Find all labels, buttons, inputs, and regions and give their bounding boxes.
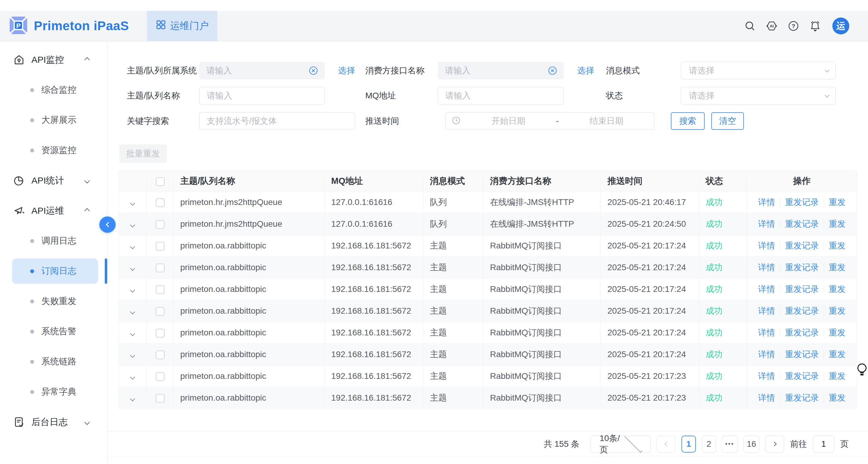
- row-checkbox[interactable]: [156, 198, 164, 207]
- sidebar-item-api-stats[interactable]: API统计: [0, 165, 107, 196]
- sidebar-item-api-ops[interactable]: API运维: [0, 196, 107, 226]
- consumer-choose-link[interactable]: 选择: [577, 62, 594, 80]
- page-button-1[interactable]: 1: [681, 436, 696, 453]
- resend-link[interactable]: 重发: [829, 392, 846, 404]
- resend-record-link[interactable]: 重发记录: [785, 240, 819, 251]
- sidebar-item-system-alarm[interactable]: 系统告警: [0, 316, 107, 346]
- sidebar-item-fail-resend[interactable]: 失败重发: [0, 286, 107, 316]
- resend-link[interactable]: 重发: [829, 196, 846, 208]
- detail-link[interactable]: 详情: [758, 327, 775, 338]
- row-checkbox[interactable]: [156, 372, 164, 381]
- next-page-button[interactable]: [765, 436, 784, 453]
- sidebar-item-subscribe-log[interactable]: 订阅日志: [0, 256, 107, 286]
- mode-select[interactable]: 请选择: [681, 62, 836, 80]
- page-button-16[interactable]: 16: [744, 436, 759, 453]
- row-expand-icon[interactable]: [130, 309, 135, 314]
- row-expand-icon[interactable]: [130, 287, 135, 292]
- resend-link[interactable]: 重发: [829, 283, 846, 295]
- notification-bell-icon[interactable]: [809, 20, 821, 32]
- detail-link[interactable]: 详情: [758, 392, 775, 404]
- resend-link[interactable]: 重发: [829, 262, 846, 273]
- sidebar-item-backend-log[interactable]: 后台日志: [0, 407, 107, 437]
- ai-assistant-icon[interactable]: AI: [766, 20, 777, 32]
- row-checkbox[interactable]: [156, 264, 164, 272]
- detail-link[interactable]: 详情: [758, 305, 775, 317]
- sidebar-item-big-screen[interactable]: 大屏展示: [0, 105, 107, 135]
- resend-link[interactable]: 重发: [829, 305, 846, 317]
- resend-link[interactable]: 重发: [829, 349, 846, 360]
- row-checkbox[interactable]: [156, 350, 164, 359]
- sidebar-collapse-button[interactable]: [99, 216, 116, 233]
- consumer-input[interactable]: [438, 62, 564, 80]
- row-expand-icon[interactable]: [130, 266, 135, 271]
- jump-page-input[interactable]: [813, 436, 834, 453]
- row-expand-icon[interactable]: [130, 244, 135, 249]
- page-button-2[interactable]: 2: [702, 436, 716, 453]
- sidebar-item-api-monitor[interactable]: API监控: [0, 45, 107, 75]
- row-expand-icon[interactable]: [130, 374, 135, 379]
- resend-record-link[interactable]: 重发记录: [785, 305, 819, 317]
- start-date-placeholder[interactable]: 开始日期: [461, 115, 556, 127]
- detail-link[interactable]: 详情: [758, 240, 775, 251]
- row-expand-icon[interactable]: [130, 200, 135, 206]
- search-icon[interactable]: [744, 20, 756, 32]
- resend-record-link[interactable]: 重发记录: [785, 370, 819, 382]
- status-select[interactable]: 请选择: [681, 87, 836, 104]
- detail-link[interactable]: 详情: [758, 370, 775, 382]
- lightbulb-icon[interactable]: [857, 363, 868, 380]
- detail-link[interactable]: 详情: [758, 218, 775, 230]
- page-ellipsis-button[interactable]: •••: [722, 436, 738, 453]
- cell-mode: 主题: [423, 322, 483, 344]
- resend-record-link[interactable]: 重发记录: [785, 283, 819, 295]
- resend-record-link[interactable]: 重发记录: [785, 218, 819, 230]
- keyword-input[interactable]: [199, 112, 355, 130]
- resend-link[interactable]: 重发: [829, 370, 846, 382]
- sidebar-item-resource-monitor[interactable]: 资源监控: [0, 135, 107, 165]
- status-badge: 成功: [699, 387, 747, 409]
- clear-circle-icon[interactable]: [548, 66, 557, 75]
- help-icon[interactable]: ?: [788, 20, 799, 32]
- clear-circle-icon[interactable]: [309, 66, 318, 75]
- page-size-value: 10条/页: [599, 433, 622, 456]
- resend-link[interactable]: 重发: [829, 218, 846, 230]
- user-avatar[interactable]: 运: [832, 18, 849, 34]
- queue-name-input[interactable]: [199, 87, 324, 104]
- resend-record-link[interactable]: 重发记录: [785, 262, 819, 273]
- sidebar-item-overall-monitor[interactable]: 综合监控: [0, 75, 107, 105]
- detail-link[interactable]: 详情: [758, 283, 775, 295]
- resend-record-link[interactable]: 重发记录: [785, 196, 819, 208]
- end-date-placeholder[interactable]: 结束日期: [559, 115, 654, 127]
- mq-address-input[interactable]: [438, 87, 564, 104]
- resend-record-link[interactable]: 重发记录: [785, 349, 819, 360]
- resend-link[interactable]: 重发: [829, 327, 846, 338]
- row-checkbox[interactable]: [156, 285, 164, 294]
- row-checkbox[interactable]: [156, 242, 164, 251]
- tab-ops-portal[interactable]: 运维门户: [147, 11, 217, 41]
- select-all-checkbox[interactable]: [156, 177, 164, 186]
- detail-link[interactable]: 详情: [758, 349, 775, 360]
- batch-resend-button[interactable]: 批量重发: [120, 145, 167, 163]
- resend-record-link[interactable]: 重发记录: [785, 327, 819, 338]
- clear-button[interactable]: 清空: [711, 112, 744, 130]
- search-button[interactable]: 搜索: [671, 112, 705, 130]
- resend-record-link[interactable]: 重发记录: [785, 392, 819, 404]
- sidebar-item-system-link[interactable]: 系统链路: [0, 346, 107, 377]
- row-expand-icon[interactable]: [130, 331, 135, 336]
- row-checkbox[interactable]: [156, 220, 164, 229]
- resend-link[interactable]: 重发: [829, 240, 846, 251]
- page-size-select[interactable]: 10条/页: [590, 436, 651, 453]
- detail-link[interactable]: 详情: [758, 262, 775, 273]
- prev-page-button[interactable]: [657, 436, 675, 453]
- sidebar-item-call-log[interactable]: 调用日志: [0, 226, 107, 256]
- sidebar-item-exception-dict[interactable]: 异常字典: [0, 377, 107, 407]
- detail-link[interactable]: 详情: [758, 196, 775, 208]
- system-choose-link[interactable]: 选择: [338, 62, 355, 80]
- row-expand-icon[interactable]: [130, 352, 135, 358]
- system-input[interactable]: [199, 62, 324, 80]
- row-checkbox[interactable]: [156, 307, 164, 316]
- row-expand-icon[interactable]: [130, 222, 135, 227]
- push-time-range-picker[interactable]: 开始日期 - 结束日期: [445, 112, 655, 130]
- row-checkbox[interactable]: [156, 394, 164, 403]
- row-expand-icon[interactable]: [130, 396, 135, 401]
- row-checkbox[interactable]: [156, 329, 164, 338]
